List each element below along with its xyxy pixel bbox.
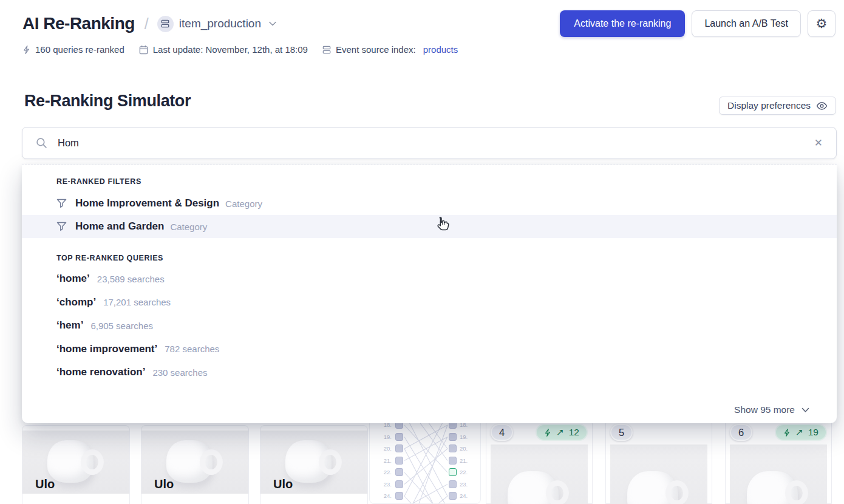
query-count: 17,201 searches xyxy=(103,297,171,307)
eye-icon xyxy=(816,101,828,111)
rank-number-before: 24. xyxy=(378,492,392,499)
position-badge: 4 xyxy=(491,424,513,441)
query-text: ‘home’ xyxy=(56,273,90,285)
event-source-index-link[interactable]: products xyxy=(423,44,458,55)
calendar-icon xyxy=(139,45,148,55)
rank-row: 19.19. xyxy=(370,433,480,441)
show-more-label: Show 95 more xyxy=(734,404,795,415)
stat-text: Event source index: xyxy=(336,44,416,55)
position-badge: 6 xyxy=(730,424,752,441)
rank-number-after: 19. xyxy=(460,434,468,440)
bolt-icon xyxy=(544,428,551,437)
chevron-down-icon xyxy=(269,21,276,26)
stats-bar: 160 queries re-ranked Last update: Novem… xyxy=(22,44,458,55)
close-icon[interactable]: ✕ xyxy=(814,137,823,149)
ai-reranking-page: Ulo ★ Ulo Ulo 18.18.19.19.20.20.21.21.22… xyxy=(0,0,844,504)
filter-icon xyxy=(56,222,67,231)
mug-image xyxy=(508,471,559,504)
rank-number-after: 23. xyxy=(460,481,468,488)
product-image xyxy=(491,444,588,504)
rank-square-before xyxy=(395,444,403,452)
chevron-down-icon xyxy=(801,407,809,413)
product-image: Ulo xyxy=(141,431,248,494)
stat-text: 160 queries re-ranked xyxy=(35,44,124,55)
boost-badge: ↗19 xyxy=(775,424,827,441)
mug-image xyxy=(627,471,678,504)
boost-value: 19 xyxy=(808,427,818,438)
product-image xyxy=(730,444,827,504)
rank-number-after: 20. xyxy=(460,445,468,452)
query-text: ‘home renovation’ xyxy=(56,366,145,378)
show-more-button[interactable]: Show 95 more xyxy=(734,404,809,415)
query-text: ‘home improvement’ xyxy=(56,343,157,355)
product-card[interactable]: Ulo ★ xyxy=(22,425,130,504)
rank-square-after xyxy=(449,480,457,488)
rank-number-before: 20. xyxy=(378,445,392,452)
rank-square-after xyxy=(449,492,457,500)
bolt-icon xyxy=(783,428,791,437)
rank-number-after: 24. xyxy=(460,492,468,499)
rank-square-before xyxy=(395,457,403,465)
ranked-product-card[interactable]: 6 ↗19 xyxy=(725,419,832,504)
simulator-title: Re-Ranking Simulator xyxy=(24,92,191,111)
breadcrumb-separator: / xyxy=(145,15,149,33)
search-input[interactable]: Hom xyxy=(58,137,814,149)
rank-number-before: 21. xyxy=(378,457,392,464)
search-box[interactable]: Hom ✕ xyxy=(22,127,837,159)
boost-value: 12 xyxy=(569,427,579,438)
mug-image xyxy=(747,471,798,504)
rank-row: 23.23. xyxy=(370,480,480,489)
search-icon xyxy=(36,137,47,149)
rank-change-diagram: 18.18.19.19.20.20.21.21.22.22.23.23.24.2… xyxy=(369,418,481,504)
stat-text: Last update: November, 12th, at 18:09 xyxy=(153,44,308,55)
settings-button[interactable]: ⚙ xyxy=(808,10,835,37)
rank-number-before: 19. xyxy=(378,434,392,440)
ranked-product-card[interactable]: 5 xyxy=(605,419,712,504)
index-icon xyxy=(157,16,174,32)
index-icon xyxy=(322,46,331,54)
filter-type: Category xyxy=(170,222,207,232)
ranked-product-card[interactable]: 4 ↗12 xyxy=(486,419,593,504)
product-brand: Ulo xyxy=(154,477,174,491)
rank-square-after xyxy=(449,457,457,465)
display-preferences-button[interactable]: Display preferences xyxy=(719,97,836,115)
filter-suggestion[interactable]: Home Improvement & Design Category xyxy=(22,192,837,215)
product-image xyxy=(610,444,707,504)
product-card[interactable]: Ulo xyxy=(141,425,249,504)
query-suggestion[interactable]: ‘home improvement’ 782 searches xyxy=(22,338,837,361)
position-badge: 5 xyxy=(610,424,633,441)
activate-reranking-button[interactable]: Activate the re-ranking xyxy=(560,10,685,37)
rank-number-after: 22. xyxy=(460,469,468,475)
filter-label: Home and Garden xyxy=(75,220,164,233)
rank-row: 20.20. xyxy=(370,444,480,453)
gear-icon: ⚙ xyxy=(816,16,828,31)
query-suggestion[interactable]: ‘hem’ 6,905 searches xyxy=(22,314,837,338)
filter-type: Category xyxy=(225,199,262,209)
query-count: 6,905 searches xyxy=(90,321,153,331)
index-selector[interactable]: item_production xyxy=(157,16,276,32)
mug-image xyxy=(285,440,332,483)
product-image: Ulo xyxy=(22,431,129,494)
product-brand: Ulo xyxy=(35,477,55,491)
filter-label: Home Improvement & Design xyxy=(75,197,219,209)
rank-row: 24.24. xyxy=(370,492,480,500)
query-suggestion[interactable]: ‘home’ 23,589 searches xyxy=(22,267,837,291)
rank-number-after: 21. xyxy=(460,457,468,464)
query-text: ‘hem’ xyxy=(56,319,83,332)
filter-suggestion-highlighted[interactable]: Home and Garden Category xyxy=(22,215,837,238)
page-title: AI Re-Ranking xyxy=(22,14,135,33)
product-brand: Ulo xyxy=(273,477,293,491)
launch-ab-test-button[interactable]: Launch an A/B Test xyxy=(692,10,801,37)
rank-square-before xyxy=(395,492,403,500)
query-count: 23,589 searches xyxy=(97,274,165,284)
query-suggestion[interactable]: ‘home renovation’ 230 searches xyxy=(22,361,837,384)
reranked-filters-header: RE-RANKED FILTERS xyxy=(22,177,837,186)
rank-number-before: 22. xyxy=(378,469,392,475)
boost-badge: ↗12 xyxy=(536,424,588,441)
filter-icon xyxy=(56,199,67,208)
rank-square-after xyxy=(449,468,457,476)
product-card[interactable]: Ulo xyxy=(260,425,368,504)
trend-up-icon: ↗ xyxy=(556,427,564,438)
mug-image xyxy=(47,440,94,483)
query-suggestion[interactable]: ‘chomp’ 17,201 searches xyxy=(22,291,837,315)
